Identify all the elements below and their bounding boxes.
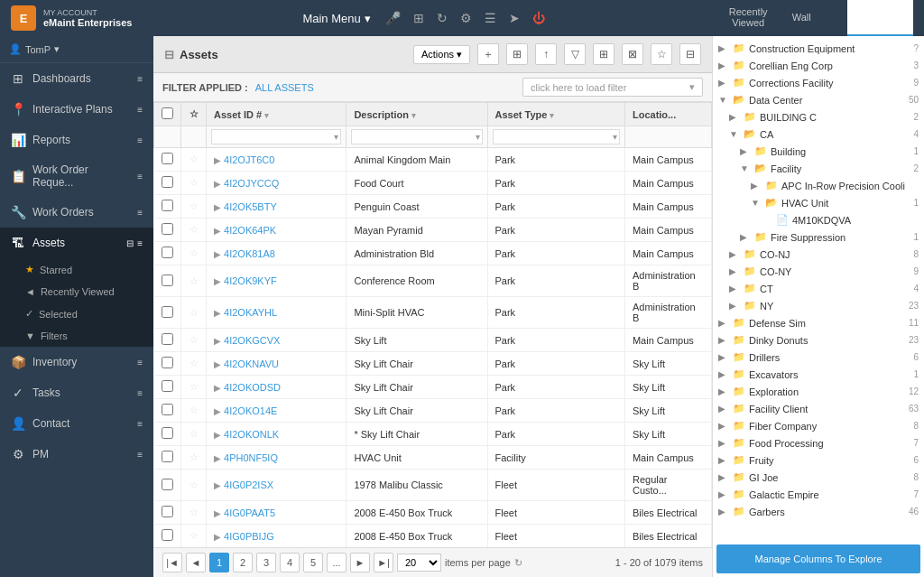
- row-asset-id[interactable]: ▶ 4IG0PAAT5: [207, 501, 346, 525]
- microphone-icon[interactable]: 🎤: [385, 11, 401, 25]
- tree-item[interactable]: ▶ 📁 Building 1: [713, 143, 924, 160]
- row-star-cell[interactable]: ☆: [181, 525, 207, 548]
- share-btn[interactable]: ↑: [535, 43, 557, 65]
- sidebar-item-work-order-request[interactable]: 📋 Work Order Reque... ≡: [0, 155, 153, 197]
- tree-item[interactable]: ▶ 📁 Drillers 6: [713, 349, 924, 366]
- row-asset-id[interactable]: ▶ 4I2OK5BTY: [207, 195, 346, 219]
- settings-icon[interactable]: ⚙: [460, 11, 472, 25]
- row-asset-id[interactable]: ▶ 4I2OKAYHL: [207, 297, 346, 329]
- tree-item[interactable]: ▶ 📁 CO-NJ 8: [713, 246, 924, 263]
- sidebar-sub-starred[interactable]: ★ Starred: [0, 258, 153, 281]
- tree-item[interactable]: ▶ 📁 Construction Equipment ?: [713, 40, 924, 57]
- tree-item[interactable]: ▶ 📁 Fiber Company 8: [713, 417, 924, 434]
- sidebar-item-assets[interactable]: 🏗 Assets ⊟ ≡: [0, 228, 153, 258]
- row-asset-id[interactable]: ▶ 4IG0P2ISX: [207, 470, 346, 501]
- tree-item[interactable]: ▼ 📂 HVAC Unit 1: [713, 194, 924, 211]
- row-checkbox[interactable]: [162, 200, 173, 211]
- page-3-btn[interactable]: 3: [256, 553, 276, 572]
- row-checkbox-cell[interactable]: [154, 501, 181, 525]
- row-star-cell[interactable]: ☆: [181, 329, 207, 352]
- tree-item[interactable]: ▶ 📁 Exploration 12: [713, 383, 924, 400]
- row-star-cell[interactable]: ☆: [181, 399, 207, 423]
- row-checkbox[interactable]: [162, 176, 173, 188]
- row-checkbox[interactable]: [162, 223, 173, 235]
- row-checkbox-cell[interactable]: [154, 219, 181, 242]
- last-page-btn[interactable]: ►|: [374, 553, 393, 572]
- sidebar-item-dashboards[interactable]: ⊞ Dashboards ≡: [0, 63, 153, 94]
- sidebar-item-interactive-plans[interactable]: 📍 Interactive Plans ≡: [0, 94, 153, 125]
- filter-all-assets-link[interactable]: ALL ASSETS: [255, 82, 314, 93]
- tree-item[interactable]: ▶ 📁 Defense Sim 11: [713, 314, 924, 331]
- filter-btn[interactable]: ▽: [564, 43, 586, 65]
- row-checkbox[interactable]: [162, 506, 173, 517]
- tree-item[interactable]: ▶ 📁 GI Joe 8: [713, 469, 924, 486]
- description-header[interactable]: Description ▾: [346, 103, 487, 126]
- row-asset-id[interactable]: ▶ 4I2OK64PK: [207, 219, 346, 242]
- select-all-checkbox[interactable]: [162, 107, 173, 119]
- row-asset-id[interactable]: ▶ 4I2OJYCCQ: [207, 172, 346, 195]
- asset-id-filter[interactable]: [211, 129, 341, 144]
- columns-btn[interactable]: ⊞: [593, 43, 614, 65]
- row-checkbox-cell[interactable]: [154, 525, 181, 548]
- tree-item[interactable]: ▶ 📁 Food Processing 7: [713, 434, 924, 451]
- row-checkbox-cell[interactable]: [154, 242, 181, 265]
- row-asset-id[interactable]: ▶ 4I2OK81A8: [207, 242, 346, 265]
- row-checkbox[interactable]: [162, 153, 173, 164]
- next-page-btn[interactable]: ►: [350, 553, 370, 572]
- row-asset-id[interactable]: ▶ 4I2OKO14E: [207, 399, 346, 423]
- more-btn[interactable]: ⊟: [679, 43, 701, 65]
- sidebar-sub-selected[interactable]: ✓ Selected: [0, 302, 153, 325]
- navigation-icon[interactable]: ➤: [509, 11, 520, 25]
- tree-item[interactable]: 📄 4M10KDQVA: [713, 211, 924, 228]
- row-star-cell[interactable]: ☆: [181, 501, 207, 525]
- row-checkbox[interactable]: [162, 479, 173, 490]
- row-checkbox-cell[interactable]: [154, 376, 181, 399]
- row-star-cell[interactable]: ☆: [181, 446, 207, 470]
- row-checkbox-cell[interactable]: [154, 265, 181, 297]
- main-menu-btn[interactable]: Main Menu ▾: [302, 12, 370, 25]
- row-asset-id[interactable]: ▶ 4I2OKONLK: [207, 423, 346, 446]
- asset-id-header[interactable]: Asset ID # ▾: [207, 103, 346, 126]
- manage-columns-button[interactable]: Manage Columns To Explore: [716, 544, 920, 573]
- tree-item[interactable]: ▶ 📁 Fire Suppression 1: [713, 228, 924, 246]
- row-star-cell[interactable]: ☆: [181, 219, 207, 242]
- row-checkbox-cell[interactable]: [154, 172, 181, 195]
- tree-item[interactable]: ▶ 📁 Garbers 46: [713, 503, 924, 520]
- row-asset-id[interactable]: ▶ 4I2OKNAVU: [207, 352, 346, 376]
- row-checkbox-cell[interactable]: [154, 195, 181, 219]
- tab-recently-viewed[interactable]: Recently Viewed: [716, 0, 781, 36]
- row-star-cell[interactable]: ☆: [181, 423, 207, 446]
- tab-explorer[interactable]: Explorer: [847, 0, 913, 36]
- row-star-cell[interactable]: ☆: [181, 195, 207, 219]
- row-asset-id[interactable]: ▶ 4IG0PBIJG: [207, 525, 346, 548]
- sidebar-item-pm[interactable]: ⚙ PM ≡: [0, 439, 153, 470]
- hamburger-icon[interactable]: ☰: [485, 11, 496, 25]
- row-checkbox[interactable]: [162, 306, 173, 318]
- select-all-header[interactable]: [154, 103, 181, 126]
- row-star-cell[interactable]: ☆: [181, 352, 207, 376]
- row-star-cell[interactable]: ☆: [181, 172, 207, 195]
- row-asset-id[interactable]: ▶ 4I2OKGCVX: [207, 329, 346, 352]
- load-filter-box[interactable]: click here to load filter ▾: [522, 78, 703, 97]
- page-4-btn[interactable]: 4: [280, 553, 300, 572]
- power-icon[interactable]: ⏻: [532, 11, 545, 25]
- row-checkbox-cell[interactable]: [154, 148, 181, 172]
- row-checkbox-cell[interactable]: [154, 352, 181, 376]
- tree-item[interactable]: ▶ 📁 NY 23: [713, 297, 924, 314]
- sidebar-item-contact[interactable]: 👤 Contact ≡: [0, 408, 153, 439]
- row-checkbox-cell[interactable]: [154, 446, 181, 470]
- sidebar-item-inventory[interactable]: 📦 Inventory ≡: [0, 347, 153, 377]
- pagination-refresh-icon[interactable]: ↻: [514, 557, 522, 569]
- row-checkbox[interactable]: [162, 404, 173, 415]
- sidebar-user[interactable]: 👤 TomP ▾: [0, 36, 153, 63]
- tree-item[interactable]: ▼ 📂 Data Center 50: [713, 91, 924, 108]
- description-filter[interactable]: [351, 129, 482, 144]
- tree-item[interactable]: ▶ 📁 Corrections Facility 9: [713, 74, 924, 91]
- row-checkbox[interactable]: [162, 451, 173, 462]
- tree-item[interactable]: ▶ 📁 Facility Client 63: [713, 400, 924, 417]
- row-checkbox[interactable]: [162, 333, 173, 345]
- row-star-cell[interactable]: ☆: [181, 297, 207, 329]
- page-1-btn[interactable]: 1: [209, 553, 229, 572]
- tree-item[interactable]: ▶ 📁 Excavators 1: [713, 366, 924, 383]
- row-checkbox[interactable]: [162, 427, 173, 439]
